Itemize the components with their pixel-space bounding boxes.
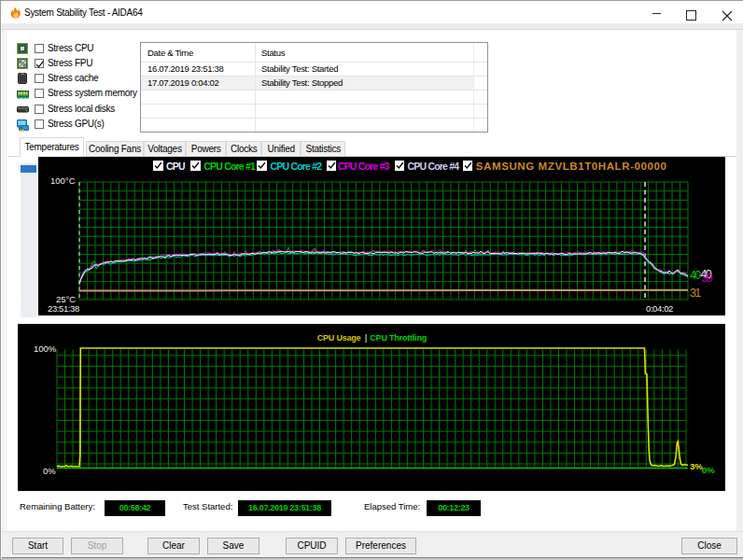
- svg-text:100%: 100%: [34, 343, 57, 354]
- svg-text:|: |: [365, 333, 368, 343]
- svg-text:CPU Usage: CPU Usage: [317, 333, 361, 343]
- svg-text:0:04:02: 0:04:02: [646, 303, 673, 314]
- svg-text:39: 39: [702, 272, 713, 285]
- svg-text:31: 31: [690, 287, 701, 300]
- svg-text:CPU Throttling: CPU Throttling: [370, 333, 427, 343]
- svg-text:0%: 0%: [43, 466, 56, 476]
- svg-text:100°C: 100°C: [50, 175, 76, 186]
- svg-text:0%: 0%: [702, 465, 715, 475]
- svg-text:23:51:38: 23:51:38: [48, 303, 79, 314]
- svg-text:40: 40: [690, 269, 701, 282]
